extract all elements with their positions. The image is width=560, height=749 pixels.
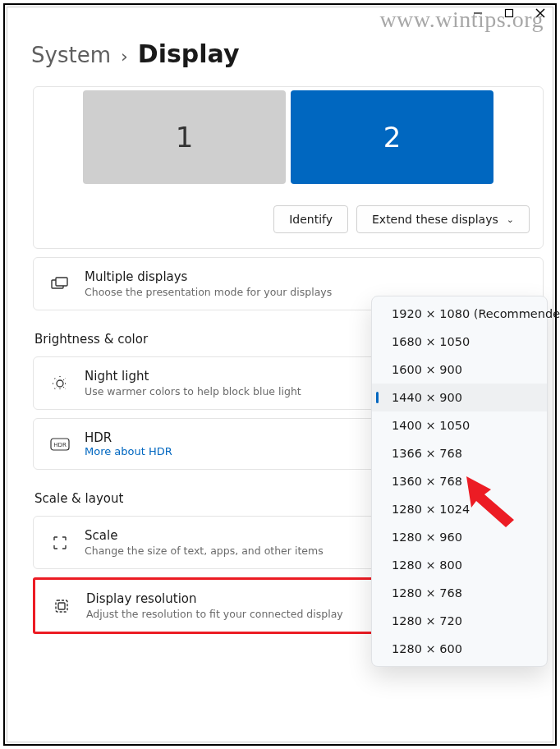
breadcrumb-parent[interactable]: System [31,43,111,67]
svg-line-12 [63,387,65,388]
resolution-option[interactable]: 1400 × 1050 [372,411,547,439]
display-arrangement-card: 1 2 Identify Extend these displays ⌄ [33,86,544,249]
resolution-option[interactable]: 1440 × 900 [372,384,547,411]
resolution-option[interactable]: 1680 × 1050 [372,328,547,356]
close-button[interactable] [532,5,549,21]
display-mode-label: Extend these displays [372,213,498,226]
svg-text:HDR: HDR [53,442,67,448]
svg-line-11 [55,378,57,379]
monitor-1[interactable]: 1 [83,90,286,184]
monitor-2[interactable]: 2 [291,90,493,184]
resolution-option[interactable]: 1600 × 900 [372,356,547,384]
window-controls [470,5,549,21]
maximize-button[interactable] [501,5,517,21]
page-title: Display [138,39,240,68]
svg-rect-5 [56,278,67,286]
identify-label: Identify [289,213,333,226]
resolution-option[interactable]: 1366 × 768 [372,439,547,467]
multiple-displays-icon [48,277,71,292]
resolution-option[interactable]: 1280 × 960 [372,523,547,551]
identify-button[interactable]: Identify [273,205,348,233]
svg-rect-17 [56,600,67,612]
chevron-right-icon: › [121,46,128,67]
scale-icon [48,535,71,551]
svg-line-14 [63,378,65,379]
resolution-option[interactable]: 1360 × 768 [372,467,547,495]
display-resolution-icon [50,598,73,614]
svg-rect-18 [58,603,65,609]
svg-line-13 [55,387,57,388]
minimize-button[interactable] [470,5,486,21]
resolution-option[interactable]: 1920 × 1080 (Recommended) [372,300,547,328]
hdr-icon: HDR [48,438,71,451]
chevron-down-icon: ⌄ [507,214,514,225]
resolution-dropdown[interactable]: 1920 × 1080 (Recommended)1680 × 10501600… [371,296,548,667]
night-light-icon [48,375,71,392]
resolution-option[interactable]: 1280 × 800 [372,551,547,579]
resolution-option[interactable]: 1280 × 600 [372,635,547,663]
resolution-option[interactable]: 1280 × 768 [372,579,547,607]
resolution-option[interactable]: 1280 × 1024 [372,495,547,523]
breadcrumb: System › Display [31,39,544,68]
svg-point-6 [57,380,63,387]
multiple-displays-title: Multiple displays [85,269,528,284]
resolution-option[interactable]: 1280 × 720 [372,607,547,635]
svg-rect-1 [506,10,513,17]
display-mode-select[interactable]: Extend these displays ⌄ [356,205,530,233]
